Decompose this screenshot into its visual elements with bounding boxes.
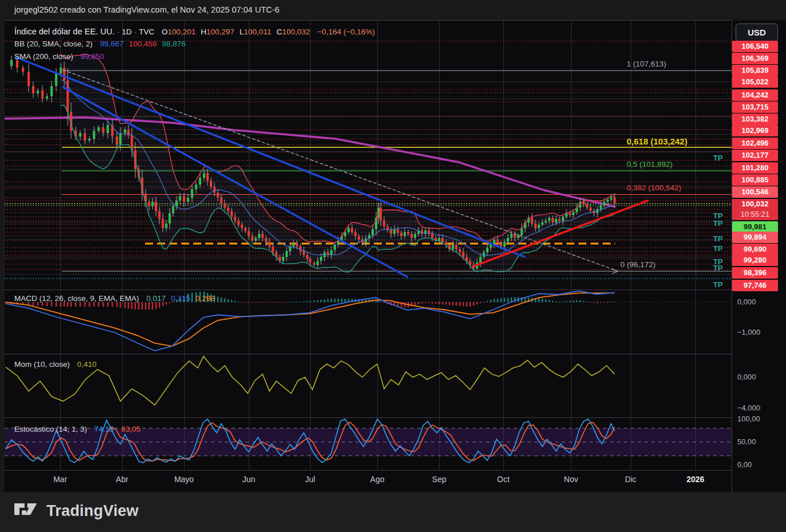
ohlc-values: O100,201H100,297L100,011C100,032 [157, 28, 310, 36]
interval-label[interactable]: 1D [122, 28, 131, 36]
stoch-k-value: 74,15 [95, 425, 114, 433]
price-label-17: 98,396 [732, 267, 778, 279]
bb-values: 99,667100,45898,876 [95, 40, 185, 48]
price-label-11: 100,885 [732, 174, 778, 186]
ohlc-o: O100,201 [162, 28, 195, 36]
price-label-4: 104,242 [732, 89, 778, 101]
price-label-14: 99,894 [732, 232, 778, 243]
tp-label-7: TP [713, 280, 723, 289]
bb-label[interactable]: BB (20, SMA, close, 2) [14, 40, 93, 48]
tp-label-2: TP [713, 219, 723, 228]
axis-month-Nov[interactable]: Nov [564, 475, 578, 484]
macd-label[interactable]: MACD (12, 26, close, 9, EMA, EMA) [14, 294, 139, 303]
bb-vals-2: 98,876 [162, 40, 185, 48]
sma-label[interactable]: SMA (200, close) [14, 52, 73, 61]
ohlc-h: H100,297 [201, 28, 234, 36]
tradingview-logo-icon [14, 499, 40, 522]
current-price: 100,032 [732, 199, 778, 209]
current-price-label: 100,03210:55:21 [732, 199, 778, 220]
scale-number-6: 0,00 [737, 460, 752, 469]
price-label-6: 103,382 [732, 114, 778, 125]
fib-label-1: 0,618 (103,242) [627, 136, 687, 146]
price-scale[interactable]: USD 106,540106,369105,839105,022104,2421… [732, 20, 786, 492]
price-label-16: 99,280 [732, 255, 778, 266]
left-margin-strip [0, 20, 5, 492]
tradingview-wordmark: TradingView [46, 502, 139, 520]
axis-month-Jun[interactable]: Jun [243, 475, 256, 484]
sma-legend[interactable]: SMA (200, close) 99,850 [14, 52, 104, 61]
fib-label-3: 0,382 (100,542) [627, 183, 681, 192]
price-label-8: 102,496 [732, 138, 778, 149]
price-label-13: 99,981 [732, 221, 778, 233]
tradingview-snapshot: jorgegl2502 creado con TradingView.com, … [0, 0, 786, 532]
stoch-label[interactable]: Estocástico (14, 1, 3) [14, 425, 87, 433]
change-value: −0,164 (−0,16%) [317, 28, 375, 36]
tp-label-3: TP [713, 234, 723, 243]
legend-separator-1: · [115, 28, 122, 36]
axis-month-Dic[interactable]: Dic [625, 475, 636, 484]
scale-number-5: 50,00 [737, 437, 756, 446]
symbol-title[interactable]: Índice del dólar de EE. UU. [14, 27, 115, 36]
macd-vals-1: 0,315 [171, 294, 190, 303]
axis-month-Sep[interactable]: Sep [432, 475, 447, 484]
fib-label-0: 1 (107,613) [627, 60, 666, 68]
mom-label[interactable]: Mom (10, close) [14, 360, 70, 369]
stoch-legend[interactable]: Estocástico (14, 1, 3) 74,15 83,05 [14, 425, 140, 433]
price-label-3: 105,022 [732, 76, 778, 88]
ohlc-l: L100,011 [240, 28, 271, 36]
fib-label-2: 0,5 (101,892) [627, 160, 672, 169]
fib-label-4: 0 (96,172) [620, 260, 656, 269]
price-label-0: 106,540 [732, 41, 778, 52]
scale-number-0: 0,000 [737, 298, 756, 306]
bb-legend[interactable]: BB (20, SMA, close, 2) 99,667100,45898,8… [14, 40, 186, 48]
mom-value: 0,410 [77, 360, 97, 369]
axis-month-Mar[interactable]: Mar [53, 475, 67, 484]
axis-month-Abr[interactable]: Abr [116, 475, 128, 484]
macd-legend[interactable]: MACD (12, 26, close, 9, EMA, EMA) 0,0170… [14, 294, 215, 303]
ohlc-c: C100,032 [276, 28, 310, 36]
macd-vals-2: 0,298 [195, 294, 215, 303]
axis-month-Oct[interactable]: Oct [497, 475, 510, 484]
legend-separator-2: · [132, 28, 139, 36]
sma-value: 99,850 [81, 52, 104, 61]
bb-vals-1: 100,458 [129, 40, 157, 48]
mom-legend[interactable]: Mom (10, close) 0,410 [14, 360, 96, 369]
chart-canvas[interactable] [0, 0, 786, 532]
price-label-5: 103,715 [732, 101, 778, 113]
exchange-label: TVC [139, 28, 154, 36]
currency-button[interactable]: USD [736, 24, 778, 41]
scale-number-4: 100,00 [737, 414, 760, 423]
scale-number-2: 0,000 [737, 373, 756, 381]
scale-number-3: −4,000 [737, 404, 760, 412]
bar-countdown: 10:55:21 [732, 209, 778, 220]
price-label-1: 106,369 [732, 53, 778, 64]
bb-vals-0: 99,667 [100, 40, 123, 48]
price-label-18: 97,746 [732, 280, 778, 291]
price-label-2: 105,839 [732, 65, 778, 76]
price-label-9: 102,177 [732, 150, 778, 161]
macd-vals-0: 0,017 [146, 294, 166, 303]
stoch-d-value: 83,05 [121, 425, 140, 433]
macd-values: 0,0170,3150,298 [141, 294, 214, 303]
price-label-15: 99,690 [732, 244, 778, 255]
axis-month-Ago[interactable]: Ago [370, 475, 385, 484]
scale-number-1: −1,000 [737, 328, 760, 337]
tp-label-4: TP [713, 244, 723, 253]
price-label-10: 101,280 [732, 162, 778, 174]
axis-month-Mayo[interactable]: Mayo [174, 475, 194, 484]
footer-bar: TradingView [0, 492, 786, 532]
symbol-legend[interactable]: Índice del dólar de EE. UU.·1D·TVC O100,… [14, 27, 375, 36]
tp-label-6: TP [713, 264, 723, 272]
axis-month-2026[interactable]: 2026 [686, 475, 704, 484]
price-label-12: 100,546 [732, 186, 778, 198]
tradingview-logo[interactable]: TradingView [14, 499, 139, 522]
tp-label-0: TP [713, 154, 723, 162]
price-label-7: 102,969 [732, 125, 778, 136]
axis-month-Jul[interactable]: Jul [305, 475, 315, 484]
